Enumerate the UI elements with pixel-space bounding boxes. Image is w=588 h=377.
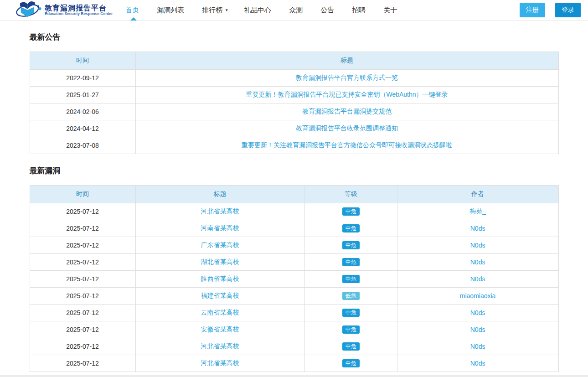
column-header-title: 标题 bbox=[135, 52, 558, 70]
nav-item-gift-center[interactable]: 礼品中心 bbox=[244, 0, 273, 21]
vulnerability-title-link[interactable]: 河北省某高校 bbox=[201, 207, 239, 215]
vulnerability-date: 2025-07-12 bbox=[30, 220, 135, 237]
severity-badge: 中危 bbox=[342, 325, 360, 334]
main-content: 最新公告 时间 标题 2022-09-12 教育漏洞报告平台官方联系方式一览 2… bbox=[30, 32, 559, 372]
vulnerability-title-link[interactable]: 河北省某高校 bbox=[201, 342, 239, 350]
severity-badge: 中危 bbox=[342, 207, 360, 216]
announcement-date: 2025-01-27 bbox=[30, 87, 135, 103]
vulnerability-author-link[interactable]: N0ds bbox=[470, 309, 485, 316]
nav-item-crowdtest[interactable]: 众测 bbox=[289, 0, 305, 21]
announcement-title-link[interactable]: 重要更新！关注教育漏洞报告平台官方微信公众号即可接收漏洞状态提醒啦 bbox=[242, 141, 452, 149]
severity-badge: 中危 bbox=[342, 241, 360, 249]
announcement-row: 2022-09-12 教育漏洞报告平台官方联系方式一览 bbox=[30, 70, 558, 87]
nav-item-about[interactable]: 关于 bbox=[383, 0, 399, 21]
chevron-down-icon: ▼ bbox=[225, 8, 228, 12]
vulnerabilities-table: 时间 标题 等级 作者 2025-07-12 河北省某高校 中危 梅苑_ 202… bbox=[30, 185, 559, 372]
vulnerability-row: 2025-07-12 安徽省某高校 中危 N0ds bbox=[30, 321, 558, 338]
register-button[interactable]: 注册 bbox=[520, 3, 545, 17]
severity-badge: 中危 bbox=[342, 275, 360, 283]
brand-subtitle: Education Security Response Center bbox=[45, 12, 113, 16]
vulnerability-row: 2025-07-12 陕西省某高校 中危 N0ds bbox=[30, 271, 558, 288]
vulnerability-date: 2025-07-12 bbox=[30, 305, 135, 321]
vulnerability-author-link[interactable]: 梅苑_ bbox=[469, 207, 486, 215]
vulnerability-row: 2025-07-12 广东省某高校 中危 N0ds bbox=[30, 237, 558, 254]
nav-item-ranking[interactable]: 排行榜 ▼ bbox=[202, 0, 228, 21]
announcement-title-link[interactable]: 教育漏洞报告平台收录范围调整通知 bbox=[296, 124, 398, 132]
announcement-title-link[interactable]: 教育漏洞报告平台漏洞提交规范 bbox=[302, 108, 392, 115]
announcement-date: 2022-09-12 bbox=[30, 70, 135, 87]
announcement-row: 2024-02-06 教育漏洞报告平台漏洞提交规范 bbox=[30, 103, 558, 120]
vulnerability-row: 2025-07-12 福建省某高校 低危 miaomiaoxia bbox=[30, 288, 558, 305]
footer bbox=[0, 375, 588, 377]
main-nav: 首页 漏洞列表 排行榜 ▼ 礼品中心 众测 bbox=[125, 0, 520, 21]
vulnerability-date: 2025-07-12 bbox=[30, 338, 135, 355]
top-navbar: 教育漏洞报告平台 Education Security Response Cen… bbox=[0, 0, 588, 21]
severity-badge: 中危 bbox=[342, 309, 360, 317]
column-header-level: 等级 bbox=[304, 186, 397, 203]
column-header-time: 时间 bbox=[30, 52, 135, 70]
login-button[interactable]: 登录 bbox=[555, 3, 581, 17]
nav-item-vuln-list[interactable]: 漏洞列表 bbox=[157, 0, 186, 21]
announcement-date: 2023-07-08 bbox=[30, 137, 135, 154]
vulnerability-author-link[interactable]: N0ds bbox=[470, 275, 485, 283]
vulnerability-author-link[interactable]: N0ds bbox=[470, 242, 485, 249]
vulnerability-row: 2025-07-12 河北省某高校 中危 梅苑_ bbox=[30, 203, 558, 220]
severity-badge: 中危 bbox=[342, 258, 360, 266]
vulnerability-title-link[interactable]: 广东省某高校 bbox=[201, 241, 239, 248]
severity-badge: 中危 bbox=[342, 359, 360, 367]
vulnerability-title-link[interactable]: 福建省某高校 bbox=[201, 292, 239, 299]
vulnerability-author-link[interactable]: N0ds bbox=[470, 360, 485, 367]
announcement-date: 2024-04-12 bbox=[30, 120, 135, 137]
announcement-date: 2024-02-06 bbox=[30, 103, 135, 120]
vulnerability-date: 2025-07-12 bbox=[30, 288, 135, 305]
vulnerability-author-link[interactable]: N0ds bbox=[470, 343, 485, 350]
announcement-title-link[interactable]: 重要更新！教育漏洞报告平台现已支持安全密钥（WebAuthn）一键登录 bbox=[246, 91, 448, 98]
vulnerability-row: 2025-07-12 河北省某高校 中危 N0ds bbox=[30, 338, 558, 355]
column-header-time: 时间 bbox=[30, 186, 135, 203]
announcement-row: 2023-07-08 重要更新！关注教育漏洞报告平台官方微信公众号即可接收漏洞状… bbox=[30, 137, 558, 154]
vulnerability-date: 2025-07-12 bbox=[30, 203, 135, 220]
vulnerability-row: 2025-07-12 河南省某高校 中危 N0ds bbox=[30, 220, 558, 237]
announcements-heading: 最新公告 bbox=[30, 32, 559, 42]
announcement-row: 2024-04-12 教育漏洞报告平台收录范围调整通知 bbox=[30, 120, 558, 137]
vulnerability-row: 2025-07-12 云南省某高校 中危 N0ds bbox=[30, 305, 558, 321]
vulnerability-title-link[interactable]: 陕西省某高校 bbox=[201, 275, 239, 282]
nav-item-announcements[interactable]: 公告 bbox=[320, 0, 336, 21]
vulnerability-author-link[interactable]: N0ds bbox=[470, 258, 485, 266]
nav-item-home[interactable]: 首页 bbox=[125, 0, 141, 21]
vulnerability-row: 2025-07-12 河北省某高校 中危 N0ds bbox=[30, 355, 558, 372]
vulnerability-title-link[interactable]: 云南省某高校 bbox=[201, 309, 239, 316]
severity-badge: 中危 bbox=[342, 342, 360, 351]
vulnerability-row: 2025-07-12 湖北省某高校 中危 N0ds bbox=[30, 254, 558, 271]
vulnerability-date: 2025-07-12 bbox=[30, 355, 135, 372]
announcements-table: 时间 标题 2022-09-12 教育漏洞报告平台官方联系方式一览 2025-0… bbox=[30, 52, 559, 154]
vulnerability-title-link[interactable]: 安徽省某高校 bbox=[201, 325, 239, 333]
severity-badge: 中危 bbox=[342, 224, 360, 232]
vulnerability-author-link[interactable]: N0ds bbox=[470, 225, 485, 232]
column-header-author: 作者 bbox=[397, 186, 558, 203]
column-header-title: 标题 bbox=[135, 186, 304, 203]
nav-item-jobs[interactable]: 招聘 bbox=[352, 0, 368, 21]
brand-logo[interactable]: 教育漏洞报告平台 Education Security Response Cen… bbox=[15, 0, 113, 20]
vulnerabilities-heading: 最新漏洞 bbox=[30, 165, 559, 176]
vulnerability-date: 2025-07-12 bbox=[30, 271, 135, 288]
vulnerability-title-link[interactable]: 河南省某高校 bbox=[201, 224, 239, 232]
vulnerability-title-link[interactable]: 湖北省某高校 bbox=[201, 258, 239, 265]
vulnerability-date: 2025-07-12 bbox=[30, 321, 135, 338]
vulnerability-author-link[interactable]: miaomiaoxia bbox=[460, 292, 496, 300]
vulnerability-date: 2025-07-12 bbox=[30, 237, 135, 254]
announcement-row: 2025-01-27 重要更新！教育漏洞报告平台现已支持安全密钥（WebAuth… bbox=[30, 87, 558, 103]
vulnerability-author-link[interactable]: N0ds bbox=[470, 326, 485, 333]
open-book-logo-icon bbox=[15, 0, 42, 20]
severity-badge: 低危 bbox=[342, 292, 360, 300]
vulnerability-date: 2025-07-12 bbox=[30, 254, 135, 271]
announcement-title-link[interactable]: 教育漏洞报告平台官方联系方式一览 bbox=[296, 74, 398, 81]
vulnerability-title-link[interactable]: 河北省某高校 bbox=[201, 359, 239, 367]
brand-title: 教育漏洞报告平台 bbox=[45, 4, 113, 12]
